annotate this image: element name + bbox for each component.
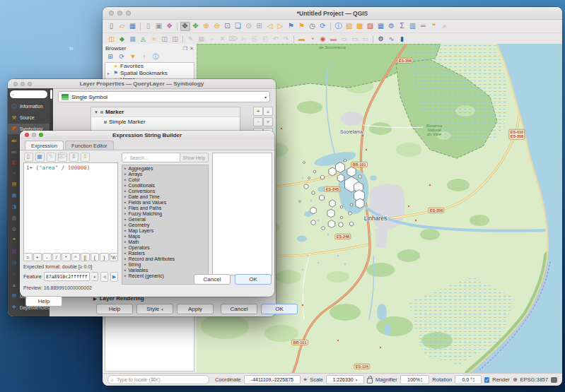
minimize-window-button[interactable] — [21, 82, 25, 86]
identify-features-icon[interactable]: ⓘ — [334, 22, 344, 31]
new-layout-icon[interactable]: ▯ — [144, 22, 153, 31]
python-console-icon[interactable]: ∿ — [387, 35, 397, 44]
move-up-symbol-button[interactable]: ▲ — [263, 107, 273, 116]
add-delimited-text-icon[interactable]: ⌗ — [149, 35, 159, 44]
show-help-button[interactable]: Show Help — [180, 153, 209, 162]
filter-browser-icon[interactable]: ▼ — [129, 52, 137, 61]
import-expressions-icon[interactable]: ⇩ — [69, 153, 78, 162]
new-bookmark-icon[interactable]: ⚑ — [286, 22, 296, 31]
locate-input[interactable] — [115, 376, 206, 383]
select-by-expression-icon[interactable]: ▩ — [355, 22, 365, 31]
function-group-variables[interactable]: ▸Variables — [122, 267, 208, 273]
delete-expression-icon[interactable]: ⌦ — [58, 153, 67, 162]
stepper-icon[interactable]: ▴▾ — [421, 377, 422, 383]
sidebar-item-information[interactable]: ⓘInformation — [8, 101, 49, 112]
function-search[interactable]: ⌕ — [122, 153, 181, 162]
paste-features-icon[interactable]: ⎗ — [260, 35, 270, 44]
function-group-general[interactable]: ▸General — [122, 216, 208, 222]
add-mesh-layer-icon[interactable]: ◬ — [139, 35, 148, 44]
function-group-geometry[interactable]: ▸Geometry — [122, 222, 208, 227]
open-attribute-table-icon[interactable]: ▦ — [376, 22, 386, 31]
function-group-aggregates[interactable]: ▸Aggregates — [122, 165, 208, 171]
sidebar-item-source[interactable]: ⚒Source — [8, 112, 49, 124]
style-manager-icon[interactable]: ❖ — [165, 22, 175, 31]
operator-button[interactable]: ) — [100, 253, 109, 261]
expression-editor[interactable]: 1+ ("area" / 100000) — [23, 162, 118, 254]
add-selected-layer-icon[interactable]: ⊞ — [107, 52, 115, 61]
close-window-button[interactable] — [25, 133, 29, 137]
toggle-editing-icon[interactable]: ✎ — [186, 35, 196, 44]
add-raster-layer-icon[interactable]: ▦ — [128, 35, 138, 44]
save-expression-icon[interactable]: ▦ — [35, 153, 45, 162]
undo-icon[interactable]: ↶ — [271, 35, 281, 44]
save-layer-edits-icon[interactable]: ▦ — [197, 35, 206, 44]
ok-button[interactable]: OK — [261, 304, 298, 314]
measure-icon[interactable]: ═ — [419, 22, 429, 31]
messages-icon[interactable] — [551, 377, 557, 383]
symbol-tree-row[interactable]: Simple Marker — [91, 117, 240, 126]
ok-button[interactable]: OK — [235, 274, 272, 285]
processing-history-icon[interactable]: ▥ — [408, 22, 418, 31]
apply-button[interactable]: Apply — [177, 304, 214, 314]
layer-properties-titlebar[interactable]: Layer Properties — QueryLayer — Symbolog… — [8, 79, 276, 89]
select-features-icon[interactable]: ▧ — [344, 22, 354, 31]
renderer-combo[interactable]: Single Symbol ▾ — [58, 91, 270, 102]
operator-button[interactable]: ( — [91, 253, 100, 261]
rotation-field[interactable]: 0.0 °▴▾ — [455, 375, 482, 384]
cancel-button[interactable]: Cancel — [194, 274, 231, 285]
diagram-options-icon[interactable]: ◔ — [308, 35, 318, 44]
delete-selected-icon[interactable]: ⌦ — [228, 35, 238, 44]
function-group-arrays[interactable]: ▸Arrays — [122, 171, 208, 177]
zoom-window-button[interactable] — [39, 133, 43, 137]
function-group-maps[interactable]: ▸Maps — [122, 233, 208, 239]
operator-button[interactable]: / — [52, 253, 62, 261]
function-group-operators[interactable]: ▸Operators — [122, 244, 208, 250]
chevron-right-icon[interactable]: ▸ — [107, 71, 112, 76]
browser-item-favorites[interactable]: ★Favorites — [105, 63, 194, 70]
add-vector-layer-icon[interactable]: ◆ — [117, 35, 127, 44]
add-symbol-layer-button[interactable]: + — [253, 107, 263, 116]
chevron-down-icon[interactable]: ▾ — [92, 272, 98, 281]
function-group-fields-and-values[interactable]: ▸Fields and Values — [122, 199, 208, 205]
add-spatialite-layer-icon[interactable]: ◫ — [170, 35, 180, 44]
layout-manager-icon[interactable]: ▣ — [154, 22, 164, 31]
minimize-window-button[interactable] — [117, 11, 122, 16]
data-source-manager-icon[interactable]: ◫ — [107, 35, 117, 44]
export-expressions-icon[interactable]: ⇧ — [81, 153, 90, 162]
save-project-icon[interactable]: ▦ — [128, 22, 138, 31]
deselect-features-icon[interactable]: ▨ — [366, 22, 375, 31]
float-panel-icon[interactable]: ❐ — [183, 46, 187, 51]
function-group-fuzzy-matching[interactable]: ▸Fuzzy Matching — [122, 210, 208, 216]
operator-button[interactable]: * — [62, 253, 71, 261]
nominatim-search-icon[interactable]: ⌕ — [440, 22, 450, 31]
collapse-all-icon[interactable]: ↑ — [141, 52, 148, 61]
previous-feature-button[interactable]: ◀ — [100, 272, 108, 282]
edit-expression-icon[interactable]: ✎ — [47, 153, 56, 162]
vertex-tool-icon[interactable]: ✕ — [218, 35, 228, 44]
remove-symbol-layer-button[interactable]: − — [253, 117, 263, 126]
operator-button[interactable]: = — [23, 253, 33, 261]
stepper-icon[interactable]: ▴▾ — [473, 377, 474, 383]
copy-features-icon[interactable]: ⎘ — [250, 35, 260, 44]
move-label-icon[interactable]: ▭ — [339, 35, 349, 44]
sidebar-search-input[interactable]: ⌕ — [10, 90, 47, 98]
operator-button[interactable]: '\n' — [110, 253, 119, 261]
style-button[interactable]: Style — [136, 304, 173, 314]
function-group-string[interactable]: ▸String — [122, 261, 208, 267]
cancel-button[interactable]: Cancel — [221, 304, 257, 314]
pan-to-selection-icon[interactable]: ✥ — [191, 22, 201, 31]
chevron-down-icon[interactable]: ▼ — [94, 110, 98, 114]
render-checkbox[interactable]: ✓ — [484, 377, 489, 383]
help-contents-icon[interactable]: ▮ — [397, 35, 407, 44]
tab-function-editor[interactable]: Function Editor — [65, 141, 113, 150]
processing-toolbox-icon[interactable]: ⚙ — [376, 35, 386, 44]
temporal-controller-icon[interactable]: ◷ — [308, 22, 318, 31]
scale-combo[interactable]: 1:226330▾ — [326, 375, 364, 384]
pan-map-icon[interactable]: ✥ — [180, 22, 190, 31]
zoom-full-icon[interactable]: ❏ — [233, 22, 243, 31]
help-button[interactable]: Help — [25, 296, 62, 307]
tab-expression[interactable]: Expression — [25, 141, 64, 150]
magnifier-field[interactable]: 100%▴▾ — [400, 375, 430, 384]
map-tips-icon[interactable]: ❝ — [429, 22, 439, 31]
function-group-record-and-attributes[interactable]: ▸Record and Attributes — [122, 256, 208, 261]
